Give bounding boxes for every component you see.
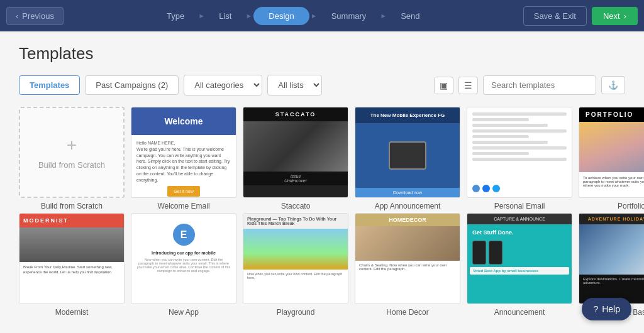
announcement-preview: CAPTURE & ANNOUNCE Get Stuff Done. Voted… <box>467 214 572 303</box>
homedecor-preview: HOMEDECOR Chairs & Seating. Now when you… <box>355 214 460 303</box>
template-announcement[interactable]: CAPTURE & ANNOUNCE Get Stuff Done. Voted… <box>467 213 572 317</box>
template-thumb-staccato: STACCATO IssueUndercover <box>243 107 348 198</box>
template-thumb-homedecor: HOMEDECOR Chairs & Seating. Now when you… <box>355 213 460 304</box>
playground-preview: Playground — Top Things To Do With Your … <box>243 214 348 303</box>
page-title: Templates <box>19 44 625 63</box>
template-scratch[interactable]: + Build from Scratch Build from Scratch <box>19 107 125 210</box>
line-8 <box>472 152 529 155</box>
template-name-homedecor: Home Decor <box>386 308 428 317</box>
newapp-body: Now when you can write your own content.… <box>136 258 231 273</box>
template-thumb-modernist: MODERNIST Break From Your Daily Routine.… <box>19 213 125 304</box>
modernist-header: MODERNIST <box>19 214 124 227</box>
eventbasic-preview: ADVENTURE HOLIDAY COMPANY Explore destin… <box>579 214 644 303</box>
modernist-image <box>19 227 124 262</box>
template-thumb-welcome: Welcome Hello NAME HERE,We're glad you'r… <box>131 107 236 198</box>
templates-container: + Build from Scratch Build from Scratch … <box>19 107 625 319</box>
template-modernist[interactable]: MODERNIST Break From Your Daily Routine.… <box>19 213 125 317</box>
categories-dropdown[interactable]: All categories <box>184 75 262 96</box>
template-welcome[interactable]: Welcome Hello NAME HERE,We're glad you'r… <box>131 107 236 210</box>
line-5 <box>472 135 529 138</box>
next-button[interactable]: Next › <box>592 7 638 25</box>
template-thumb-eventbasic: ADVENTURE HOLIDAY COMPANY Explore destin… <box>579 213 644 304</box>
app-logo-circle: E <box>173 224 195 246</box>
tab-templates[interactable]: Templates <box>19 75 80 95</box>
portfolio-preview: PORTFOLIO To achieve when you write your… <box>579 107 644 197</box>
template-name-welcome: Welcome Email <box>157 202 209 210</box>
newapp-preview: E Introducing our app for mobile Now whe… <box>131 214 236 303</box>
template-name-personal: Personal Email <box>494 202 545 210</box>
template-name-app: App Announcement <box>375 202 441 210</box>
homedecor-header: HOMEDECOR <box>355 214 460 226</box>
plus-icon: + <box>67 135 77 155</box>
help-icon: ? <box>593 304 598 314</box>
announcement-badge: Voted Best App by small businesses <box>470 267 569 275</box>
step-type[interactable]: Type <box>154 6 197 26</box>
next-label: Next <box>603 11 620 21</box>
staccato-footer: IssueUndercover <box>243 172 348 185</box>
step-arrow-3: ► <box>311 12 318 19</box>
search-button[interactable]: ⚓ <box>601 76 625 94</box>
list-view-button[interactable]: ☰ <box>458 77 478 94</box>
eventbasic-header: ADVENTURE HOLIDAY COMPANY <box>579 214 644 224</box>
save-exit-button[interactable]: Save & Exit <box>523 6 587 26</box>
app-header: The New Mobile Experience FG <box>355 107 460 123</box>
homedecor-text: Chairs & Seating. Now when you can write… <box>355 261 460 273</box>
homedecor-image <box>355 226 460 261</box>
line-3 <box>472 124 548 127</box>
template-name-scratch: Build from Scratch <box>41 202 103 210</box>
playground-text: Now when you can write your own content.… <box>243 270 348 282</box>
social-icon-3 <box>492 185 500 192</box>
main-content: Templates Templates Past Campaigns (2) A… <box>0 31 644 332</box>
template-newapp[interactable]: E Introducing our app for mobile Now whe… <box>131 213 236 317</box>
template-row-1: + Build from Scratch Build from Scratch … <box>19 107 625 210</box>
lists-dropdown[interactable]: All lists <box>267 75 322 96</box>
template-homedecor[interactable]: HOMEDECOR Chairs & Seating. Now when you… <box>355 213 460 317</box>
step-summary[interactable]: Summary <box>319 6 379 26</box>
tab-past-campaigns[interactable]: Past Campaigns (2) <box>85 75 179 95</box>
scratch-label: Build from Scratch <box>38 160 105 170</box>
template-portfolio[interactable]: PORTFOLIO To achieve when you write your… <box>579 107 644 210</box>
grid-view-button[interactable]: ▣ <box>434 77 453 94</box>
step-send[interactable]: Send <box>388 6 432 26</box>
phone-shape-2 <box>489 241 502 265</box>
portfolio-image <box>579 122 644 172</box>
newapp-title: Introducing our app for mobile <box>152 251 216 255</box>
template-staccato[interactable]: STACCATO IssueUndercover Staccato <box>243 107 348 210</box>
template-thumb-app: The New Mobile Experience FG Download no… <box>355 107 460 198</box>
search-input[interactable] <box>483 75 596 95</box>
line-7 <box>472 146 567 150</box>
app-device <box>355 123 460 188</box>
template-thumb-personal <box>467 107 572 198</box>
app-preview: The New Mobile Experience FG Download no… <box>355 107 460 197</box>
welcome-body: Hello NAME HERE,We're glad you're here. … <box>131 135 236 198</box>
template-personal[interactable]: Personal Email <box>467 107 572 210</box>
template-thumb-newapp: E Introducing our app for mobile Now whe… <box>131 213 236 304</box>
template-playground[interactable]: Playground — Top Things To Do With Your … <box>243 213 348 317</box>
template-thumb-scratch: + Build from Scratch <box>19 107 125 198</box>
previous-button[interactable]: ‹ Previous <box>6 7 64 25</box>
eventbasic-image <box>579 224 644 275</box>
template-name-portfolio: Portfolio <box>618 202 644 210</box>
phone-shape-1 <box>472 241 486 265</box>
welcome-cta: Get it now <box>167 186 200 197</box>
staccato-image <box>243 121 348 172</box>
step-list[interactable]: List <box>206 6 244 26</box>
template-thumb-announcement: CAPTURE & ANNOUNCE Get Stuff Done. Voted… <box>467 213 572 304</box>
welcome-header: Welcome <box>131 107 236 135</box>
help-button[interactable]: ? Help <box>582 298 631 320</box>
template-name-playground: Playground <box>277 308 315 317</box>
playground-header: Playground — Top Things To Do With Your … <box>243 214 348 229</box>
step-arrow-1: ► <box>198 12 205 19</box>
template-row-2: MODERNIST Break From Your Daily Routine.… <box>19 213 625 317</box>
announcement-body: Get Stuff Done. <box>467 224 572 241</box>
line-6 <box>472 141 548 144</box>
step-design[interactable]: Design <box>253 7 309 25</box>
help-label: Help <box>602 304 620 314</box>
announcement-header: CAPTURE & ANNOUNCE <box>467 214 572 224</box>
top-nav: ‹ Previous Type ► List ► Design ► Summar… <box>0 0 644 31</box>
template-app[interactable]: The New Mobile Experience FG Download no… <box>355 107 460 210</box>
personal-preview <box>467 107 572 197</box>
template-name-staccato: Staccato <box>281 202 311 210</box>
filter-bar: Templates Past Campaigns (2) All categor… <box>19 75 625 96</box>
template-thumb-playground: Playground — Top Things To Do With Your … <box>243 213 348 304</box>
